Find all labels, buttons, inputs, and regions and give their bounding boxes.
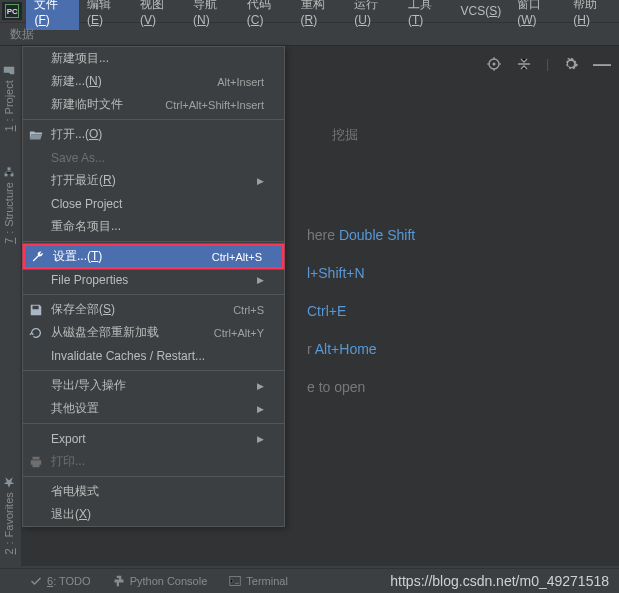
dd-exit[interactable]: 退出(X) (23, 503, 284, 526)
dd-settings[interactable]: 设置...(T)Ctrl+Alt+S (23, 244, 284, 269)
menu-run[interactable]: 运行(U) (346, 0, 400, 30)
dd-reload-from-disk[interactable]: 从磁盘全部重新加载Ctrl+Alt+Y (23, 321, 284, 344)
dd-open-recent[interactable]: 打开最近(R)▶ (23, 169, 284, 192)
footer-python-console[interactable]: Python Console (113, 575, 208, 587)
dd-file-properties[interactable]: File Properties▶ (23, 268, 284, 291)
dd-export-import[interactable]: 导出/导入操作▶ (23, 374, 284, 397)
print-icon (29, 455, 43, 469)
svg-rect-1 (5, 174, 8, 177)
sidebar-tab-structure[interactable]: 7: Structure (3, 166, 15, 244)
menu-window[interactable]: 窗口(W) (509, 0, 565, 30)
editor-tip-text: 挖掘 (332, 126, 358, 144)
menubar: PC 文件(F) 编辑(E) 视图(V) 导航(N) 代码(C) 重构(R) 运… (0, 0, 619, 23)
status-bar: 6: TODO Python Console Terminal https://… (0, 568, 619, 593)
check-icon (30, 575, 42, 587)
editor-area: 新建项目... 新建...(N)Alt+Insert 新建临时文件Ctrl+Al… (22, 46, 619, 566)
chevron-right-icon: ▶ (257, 434, 264, 444)
hint-link[interactable]: Double Shift (339, 227, 415, 243)
hint-link[interactable]: Ctrl+E (307, 303, 346, 319)
menu-edit[interactable]: 编辑(E) (79, 0, 132, 30)
chevron-right-icon: ▶ (257, 381, 264, 391)
dd-save-as: Save As... (23, 146, 284, 169)
watermark-text: https://blog.csdn.net/m0_49271518 (390, 573, 609, 589)
editor-welcome-hints: here Double Shift l+Shift+N Ctrl+E r Alt… (307, 216, 609, 406)
sidebar-tab-project[interactable]: 1: Project (3, 64, 15, 131)
hint-link[interactable]: Alt+Home (315, 341, 377, 357)
dd-new-scratch[interactable]: 新建临时文件Ctrl+Alt+Shift+Insert (23, 93, 284, 116)
menu-view[interactable]: 视图(V) (132, 0, 185, 30)
menu-help[interactable]: 帮助(H) (565, 0, 619, 30)
menu-refactor[interactable]: 重构(R) (293, 0, 347, 30)
gear-icon[interactable] (563, 56, 579, 72)
save-icon (29, 303, 43, 317)
menu-code[interactable]: 代码(C) (239, 0, 293, 30)
dd-new-project[interactable]: 新建项目... (23, 47, 284, 70)
chevron-right-icon: ▶ (257, 404, 264, 414)
dd-export[interactable]: Export▶ (23, 427, 284, 450)
collapse-icon[interactable] (516, 56, 532, 72)
footer-todo[interactable]: 6: TODO (30, 575, 91, 587)
breadcrumb-text: 数据 (10, 26, 34, 43)
folder-icon (3, 64, 15, 76)
dd-other-settings[interactable]: 其他设置▶ (23, 397, 284, 420)
file-menu-dropdown: 新建项目... 新建...(N)Alt+Insert 新建临时文件Ctrl+Al… (22, 46, 285, 527)
dd-power-save[interactable]: 省电模式 (23, 480, 284, 503)
dd-separator (23, 294, 284, 295)
menu-tools[interactable]: 工具(T) (400, 0, 452, 30)
dd-separator (23, 119, 284, 120)
star-icon (3, 476, 15, 488)
target-icon[interactable] (486, 56, 502, 72)
pycharm-logo: PC (2, 2, 22, 20)
menu-file[interactable]: 文件(F) (26, 0, 78, 30)
dd-open[interactable]: 打开...(O) (23, 123, 284, 146)
svg-rect-2 (8, 168, 11, 171)
minimize-icon[interactable]: — (593, 59, 611, 69)
dd-separator (23, 370, 284, 371)
dd-save-all[interactable]: 保存全部(S)Ctrl+S (23, 298, 284, 321)
footer-terminal[interactable]: Terminal (229, 575, 288, 587)
dd-separator (23, 423, 284, 424)
folder-open-icon (29, 128, 43, 142)
svg-rect-0 (11, 174, 14, 177)
structure-icon (3, 166, 15, 178)
hint-link[interactable]: l+Shift+N (307, 265, 365, 281)
chevron-right-icon: ▶ (257, 275, 264, 285)
dd-close-project[interactable]: Close Project (23, 192, 284, 215)
menu-navigate[interactable]: 导航(N) (185, 0, 239, 30)
python-icon (113, 575, 125, 587)
reload-icon (29, 326, 43, 340)
wrench-icon (31, 250, 45, 264)
dd-rename-project[interactable]: 重命名项目... (23, 215, 284, 238)
dd-separator (23, 241, 284, 242)
dd-invalidate-caches[interactable]: Invalidate Caches / Restart... (23, 344, 284, 367)
dd-separator (23, 476, 284, 477)
dd-print: 打印... (23, 450, 284, 473)
chevron-right-icon: ▶ (257, 176, 264, 186)
sidebar-tab-favorites[interactable]: 2: Favorites (3, 476, 15, 554)
editor-toolbar-right: | — (486, 56, 611, 72)
menu-vcs[interactable]: VCS(S) (452, 1, 509, 21)
terminal-icon (229, 575, 241, 587)
dd-new[interactable]: 新建...(N)Alt+Insert (23, 70, 284, 93)
left-tool-gutter: 1: Project 7: Structure 2: Favorites (0, 46, 22, 566)
svg-point-4 (492, 63, 495, 66)
